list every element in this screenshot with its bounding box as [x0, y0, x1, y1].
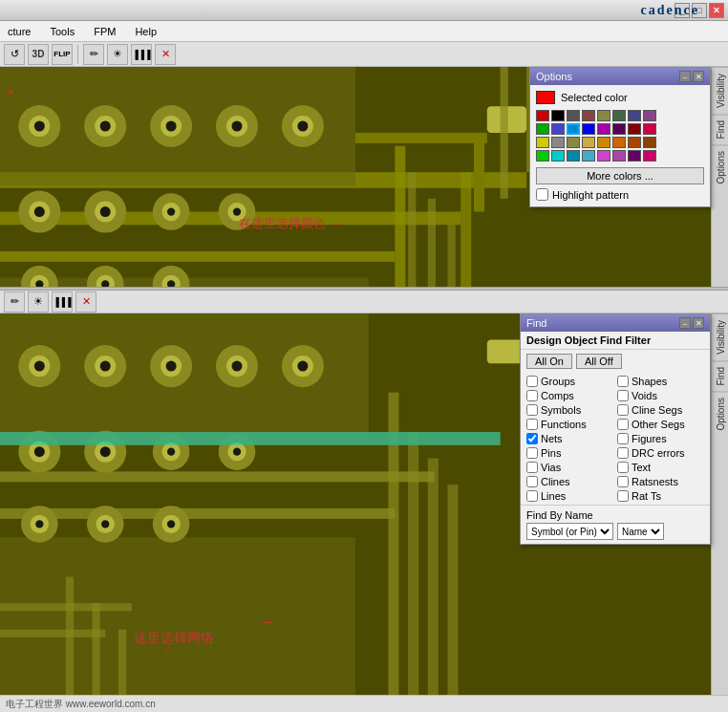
drc-checkbox[interactable] — [617, 447, 629, 459]
sidebar-tab-visibility-top[interactable]: Visibility — [712, 67, 728, 114]
swatch[interactable] — [597, 110, 610, 121]
swatch[interactable] — [536, 110, 549, 121]
filter-other-segs: Other Segs — [617, 418, 704, 431]
swatch-selected[interactable] — [567, 123, 580, 135]
swatch[interactable] — [582, 150, 595, 162]
swatch[interactable] — [612, 150, 626, 162]
toolbar-bars-btn[interactable]: ▐▐▐ — [131, 44, 152, 65]
sidebar-tab-find-top[interactable]: Find — [712, 114, 728, 144]
sidebar-tab-options-top[interactable]: Options — [712, 144, 728, 189]
swatch[interactable] — [643, 123, 656, 135]
svg-point-100 — [101, 520, 109, 528]
selected-color-swatch[interactable] — [536, 91, 555, 104]
name-select[interactable]: Name — [617, 523, 664, 540]
all-on-button[interactable]: All On — [526, 354, 572, 369]
groups-checkbox[interactable] — [526, 376, 538, 387]
sidebar-tab-options-bottom[interactable]: Options — [712, 391, 728, 436]
symbols-checkbox[interactable] — [526, 404, 538, 416]
svg-point-91 — [167, 448, 175, 456]
vias-checkbox[interactable] — [526, 462, 538, 473]
cline-segs-checkbox[interactable] — [617, 404, 629, 416]
clines-checkbox[interactable] — [526, 476, 538, 487]
swatch[interactable] — [582, 110, 595, 121]
swatch[interactable] — [536, 137, 549, 148]
toolbar2-x-btn[interactable]: ✕ — [75, 291, 96, 313]
svg-point-14 — [100, 120, 111, 131]
toolbar2-pen-btn[interactable]: ✏ — [4, 291, 25, 313]
figures-label: Figures — [632, 433, 667, 444]
swatch[interactable] — [628, 110, 641, 121]
swatch[interactable] — [612, 137, 626, 148]
ratsnests-checkbox[interactable] — [617, 476, 629, 487]
toolbar-3d-btn[interactable]: 3D — [28, 44, 49, 65]
other-segs-checkbox[interactable] — [617, 419, 629, 430]
toolbar-flip-btn[interactable]: FLIP — [52, 44, 73, 65]
swatch[interactable] — [628, 137, 641, 148]
menu-help[interactable]: Help — [131, 24, 161, 39]
swatch[interactable] — [567, 137, 580, 148]
sidebar-tab-find-bottom[interactable]: Find — [712, 360, 728, 391]
pins-checkbox[interactable] — [526, 447, 538, 459]
toolbar-pen-btn[interactable]: ✏ — [83, 44, 104, 65]
swatch[interactable] — [597, 137, 610, 148]
swatch[interactable] — [551, 110, 565, 121]
svg-rect-4 — [0, 251, 395, 262]
find-close-btn[interactable]: ✕ — [693, 317, 704, 329]
shapes-checkbox[interactable] — [617, 376, 629, 387]
options-close-btn[interactable]: ✕ — [693, 71, 704, 82]
more-colors-button[interactable]: More colors ... — [536, 167, 704, 184]
menu-fpm[interactable]: FPM — [90, 24, 119, 39]
options-pin-btn[interactable]: – — [679, 71, 691, 82]
swatch[interactable] — [612, 123, 626, 135]
voids-checkbox[interactable] — [617, 390, 629, 401]
swatch[interactable] — [536, 150, 549, 162]
svg-rect-114 — [118, 630, 126, 695]
ratsnests-label: Ratsnests — [632, 476, 678, 487]
figures-checkbox[interactable] — [617, 433, 629, 444]
swatch[interactable] — [643, 150, 656, 162]
swatch[interactable] — [551, 150, 565, 162]
swatch[interactable] — [567, 110, 580, 121]
toolbar-x-btn[interactable]: ✕ — [155, 44, 176, 65]
toolbar2-sun-btn[interactable]: ☀ — [28, 291, 49, 313]
drc-label: DRC errors — [632, 447, 685, 459]
svg-point-23 — [297, 120, 308, 131]
swatch[interactable] — [536, 123, 549, 135]
filter-nets: Nets — [526, 432, 613, 445]
swatch[interactable] — [643, 110, 656, 121]
swatch[interactable] — [597, 150, 610, 162]
symbol-select[interactable]: Symbol (or Pin) — [526, 523, 613, 540]
rat-ts-checkbox[interactable] — [617, 490, 629, 502]
svg-rect-50 — [501, 67, 508, 199]
menu-tools[interactable]: Tools — [46, 24, 78, 39]
swatch[interactable] — [582, 123, 595, 135]
filter-functions: Functions — [526, 418, 613, 431]
highlight-pattern-checkbox[interactable] — [536, 188, 548, 201]
filter-drc: DRC errors — [617, 446, 704, 460]
toolbar-sun-btn[interactable]: ☀ — [107, 44, 128, 65]
swatch[interactable] — [643, 137, 656, 148]
swatch[interactable] — [612, 110, 626, 121]
comps-checkbox[interactable] — [526, 390, 538, 401]
swatch[interactable] — [597, 123, 610, 135]
menu-cture[interactable]: cture — [4, 24, 34, 39]
menu-bar: cture Tools FPM Help — [0, 21, 728, 42]
swatch[interactable] — [628, 150, 641, 162]
all-off-button[interactable]: All Off — [576, 354, 622, 369]
toolbar-undo-btn[interactable]: ↺ — [4, 44, 25, 65]
swatch[interactable] — [628, 123, 641, 135]
swatch[interactable] — [582, 137, 595, 148]
lines-checkbox[interactable] — [526, 490, 538, 502]
functions-checkbox[interactable] — [526, 419, 538, 430]
find-by-name-label: Find By Name — [526, 509, 704, 521]
nets-checkbox[interactable] — [526, 433, 538, 444]
find-pin-btn[interactable]: – — [679, 317, 691, 329]
filter-voids: Voids — [617, 389, 704, 402]
sidebar-tab-visibility-bottom[interactable]: Visibility — [712, 313, 728, 360]
close-button[interactable]: ✕ — [709, 3, 724, 18]
swatch[interactable] — [551, 137, 565, 148]
text-checkbox[interactable] — [617, 462, 629, 473]
swatch[interactable] — [551, 123, 565, 135]
swatch[interactable] — [567, 150, 580, 162]
toolbar2-bars-btn[interactable]: ▐▐▐ — [52, 291, 73, 313]
